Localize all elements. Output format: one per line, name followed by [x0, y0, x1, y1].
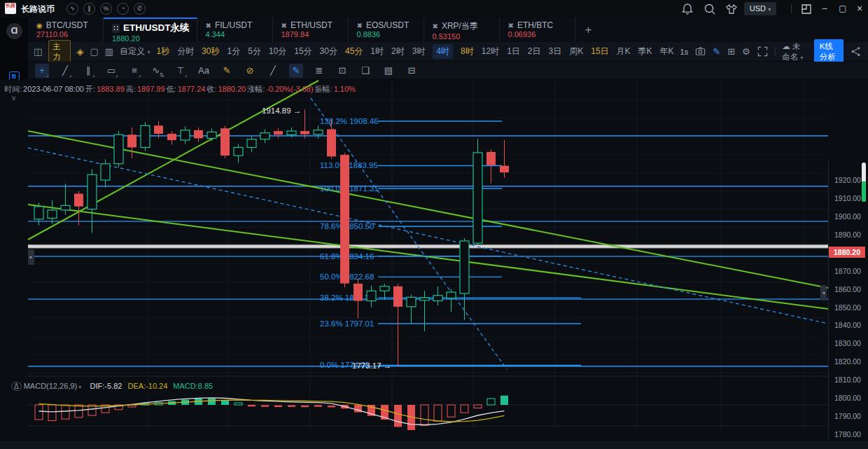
timeframe-15日[interactable]: 15日 — [591, 46, 608, 57]
macd-hist-value: MACD:8.85 — [173, 382, 213, 390]
text-icon[interactable]: Aa — [197, 64, 211, 78]
parallel-lines-icon[interactable]: ∥ — [81, 64, 95, 78]
main-force-button[interactable]: 主力 — [48, 40, 70, 64]
timeframe-2时[interactable]: 2时 — [391, 46, 405, 57]
timeframe-45分[interactable]: 45分 — [345, 46, 363, 57]
timeframe-30分[interactable]: 30分 — [320, 46, 337, 57]
diamond-vip-icon[interactable]: ◈ — [77, 46, 84, 57]
app-window: 长路 长路说币 ϟ∥%◔✆ USD ▾ – ▢ × Ɑ B行情▤快讯年31%套利… — [0, 0, 868, 449]
pause-icon[interactable]: ∥ — [83, 3, 95, 15]
add-tab-button[interactable]: + — [575, 18, 592, 42]
layout-icon[interactable] — [799, 2, 813, 16]
left-pane-handle[interactable]: ▸ — [28, 249, 34, 265]
chart-scrollbar[interactable] — [862, 163, 866, 202]
collapse-chevron-icon[interactable]: ∨ — [11, 94, 16, 102]
price-axis[interactable]: 1880.20 1920.001910.001900.001890.001870… — [828, 160, 868, 449]
share-icon[interactable] — [850, 46, 861, 57]
kline-analysis-button[interactable]: K线分析 — [814, 39, 844, 64]
lock-icon[interactable]: ⊡ — [335, 64, 349, 78]
draw-pencil-icon[interactable]: ✎ — [713, 46, 720, 57]
timeframe-1时[interactable]: 1时 — [370, 46, 384, 57]
notes-icon[interactable]: ▤ — [382, 64, 396, 78]
timeframe-3日[interactable]: 3日 — [549, 46, 562, 57]
macd-name[interactable]: MACD(12,26,9) — [24, 382, 77, 390]
candle-body-up — [234, 147, 243, 156]
circles-icon[interactable]: ⊘ — [243, 64, 257, 78]
macd-hist-hollow — [421, 405, 428, 425]
fib-pencil-icon[interactable]: ✎ — [220, 64, 234, 78]
timeframe-12时[interactable]: 12时 — [482, 46, 499, 57]
timeframe-1分[interactable]: 1分 — [227, 46, 241, 57]
trash-icon[interactable]: ⊟ — [405, 64, 419, 78]
timeframe-周K[interactable]: 周K — [569, 46, 583, 57]
timeframe-5分[interactable]: 5分 — [248, 46, 261, 57]
pair-tab-ETH-USDT永续[interactable]: ∷ETH/USDT永续1880.20 — [104, 18, 197, 42]
pair-price: 0.53150 — [433, 32, 492, 41]
timeframe-1秒[interactable]: 1秒 — [156, 46, 169, 57]
timeframe-3时[interactable]: 3时 — [412, 46, 426, 57]
timeframe-2日[interactable]: 2日 — [528, 46, 541, 57]
save-template-dropdown[interactable]: ☁ 未命名 ▾ — [782, 41, 806, 62]
close-button[interactable]: × — [854, 3, 865, 14]
camera-icon[interactable] — [695, 46, 706, 57]
timeframe-15分[interactable]: 15分 — [294, 46, 312, 57]
pair-tab-XRP-当季[interactable]: ✖XRP/当季0.53150 — [424, 18, 500, 42]
macd-hist-bar — [394, 405, 402, 427]
exchange-x-icon: ✖ — [206, 22, 211, 29]
theme-shirt-icon[interactable] — [724, 2, 738, 16]
kline-style-icon[interactable]: ◫ — [34, 46, 42, 57]
timeframe-8时[interactable]: 8时 — [461, 46, 474, 57]
rectangle-icon[interactable]: ▭ — [104, 64, 118, 78]
timeframe-30秒[interactable]: 30秒 — [202, 46, 219, 57]
shield-percent-icon[interactable]: % — [100, 3, 112, 15]
gauge-icon[interactable]: ◔ — [117, 3, 129, 15]
aicoin-logo[interactable]: Ɑ — [6, 23, 22, 39]
timeframe-分时[interactable]: 分时 — [177, 46, 194, 57]
pair-tab-ETH-USDT[interactable]: ✖ETH/USDT1879.84 — [273, 18, 349, 42]
search-icon[interactable] — [703, 2, 717, 16]
pair-tab-FIL-USDT[interactable]: ✖FIL/USDT4.344 — [197, 18, 273, 42]
horizontal-lines-icon[interactable]: ≡ — [127, 64, 141, 78]
maximize-button[interactable]: ▢ — [837, 3, 848, 14]
pair-name: BTC/USDT — [46, 20, 88, 30]
tool-dropdown-caret — [46, 75, 48, 77]
briefcase-icon[interactable]: ▢ — [90, 46, 99, 57]
chart-area[interactable]: 138.2% 1908.46113.0% 1883.95100.0% 1871.… — [0, 80, 868, 440]
timeframe-季K[interactable]: 季K — [638, 46, 652, 57]
timeframe-年K[interactable]: 年K — [660, 46, 674, 57]
macd-alert-bell-icon[interactable]: Δ — [11, 382, 22, 391]
fib-label: 23.6% 1797.01 — [320, 319, 374, 328]
price-note-icon[interactable]: ⊤ — [174, 64, 188, 78]
add-pane-icon[interactable]: ⊞ — [727, 46, 735, 57]
phone-icon[interactable]: ✆ — [134, 3, 146, 15]
trend-line-icon[interactable]: ╱ — [58, 64, 72, 78]
timeframe-10分[interactable]: 10分 — [269, 46, 286, 57]
currency-selector[interactable]: USD ▾ — [744, 2, 776, 15]
timeframe-1日[interactable]: 1日 — [507, 46, 520, 57]
timeframe-月K[interactable]: 月K — [617, 46, 631, 57]
ruler-icon[interactable]: ╱ — [266, 64, 280, 78]
wave-icon[interactable]: ∿5 — [150, 64, 164, 78]
fullscreen-icon[interactable] — [757, 46, 768, 57]
exchange-x-icon: ✖ — [433, 22, 438, 30]
pair-tab-row: ✖FIL/USDT — [206, 20, 265, 30]
timeframe-4时[interactable]: 4时 — [433, 44, 453, 59]
macd-hist-hollow — [487, 399, 495, 405]
candle-body-up — [447, 292, 456, 298]
crosshair-icon[interactable]: + — [35, 64, 49, 78]
pair-tab-BTC-USDT[interactable]: ◉BTC/USDT27110.06 — [28, 18, 104, 42]
custom-interval-dropdown[interactable]: 自定义 ▾ — [120, 46, 150, 57]
resolution-label[interactable]: 1s — [680, 48, 689, 56]
bell-icon[interactable] — [680, 2, 694, 16]
settings-gear-icon[interactable]: ⚙ — [742, 46, 750, 57]
minimize-button[interactable]: – — [819, 3, 830, 14]
kline-pattern-icon[interactable]: ≣ — [312, 64, 326, 78]
pair-tab-ETH-BTC[interactable]: ✖ETH/BTC0.06936 — [500, 18, 575, 42]
bookmark-icon[interactable]: ❑ — [358, 64, 372, 78]
brush-icon[interactable]: ✎ — [289, 64, 303, 78]
pair-tab-EOS-USDT[interactable]: ✖EOS/USDT0.8836 — [349, 18, 424, 42]
lightning-icon[interactable]: ϟ — [66, 3, 78, 15]
macd-hist-hollow — [474, 405, 482, 408]
right-pane-handle[interactable]: ◂ — [820, 285, 827, 301]
depth-icon[interactable]: ▥ — [105, 46, 113, 57]
